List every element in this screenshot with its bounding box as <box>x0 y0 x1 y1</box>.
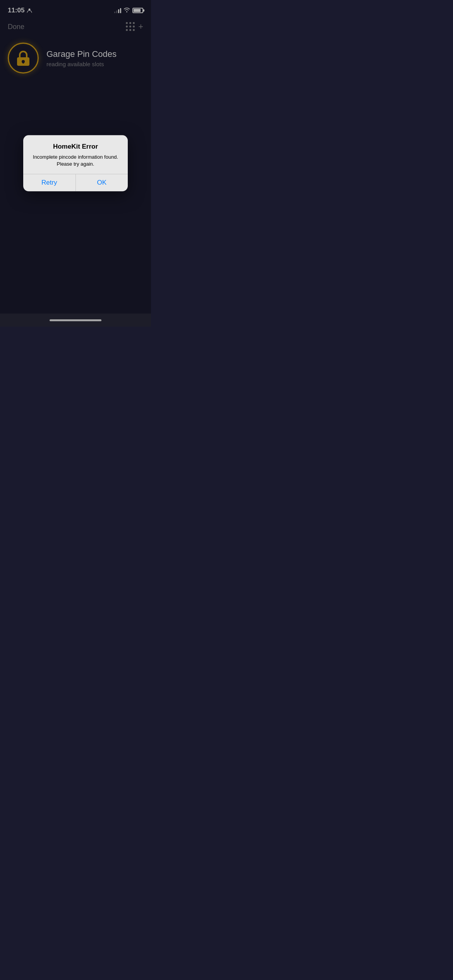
alert-title: HomeKit Error <box>29 143 122 151</box>
alert-buttons: Retry OK <box>23 175 128 192</box>
retry-button[interactable]: Retry <box>23 175 76 192</box>
alert-message: Incomplete pincode information found. Pl… <box>29 154 122 168</box>
alert-content: HomeKit Error Incomplete pincode informa… <box>23 135 128 174</box>
alert-dialog: HomeKit Error Incomplete pincode informa… <box>23 135 128 191</box>
ok-button[interactable]: OK <box>76 175 128 192</box>
